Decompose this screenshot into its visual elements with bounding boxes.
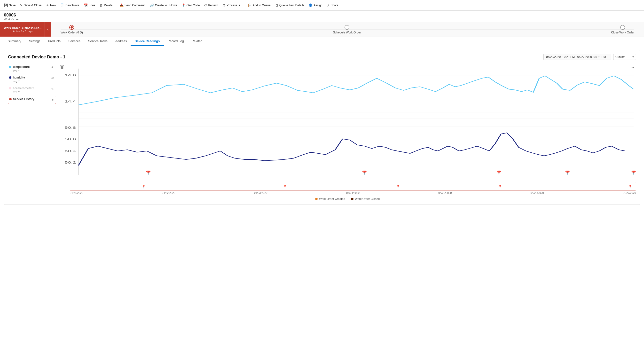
legend-eye-humidity[interactable]: 👁 xyxy=(51,76,55,81)
stage-nav: Work Order Business Pro... Active for 6 … xyxy=(0,22,644,37)
date-label-5: 04/26/2020 xyxy=(530,192,544,194)
tab-service-tasks[interactable]: Service Tasks xyxy=(84,37,112,46)
delete-button[interactable]: 🗑 Delete xyxy=(98,2,114,8)
process-icon: ⚙ xyxy=(222,4,226,7)
queue-details-button[interactable]: 🗒 Queue Item Details xyxy=(273,2,306,8)
legend-agg-arrow-humidity: ▼ xyxy=(18,80,20,82)
legend-eye-service-history[interactable]: 👁 xyxy=(50,98,55,102)
legend-dot-temperature xyxy=(9,66,12,68)
deactivate-icon: 📄 xyxy=(60,4,64,7)
save-button[interactable]: 💾 Save xyxy=(2,2,18,8)
legend-left-temperature: temperature avg ▼ xyxy=(9,65,30,72)
assign-button[interactable]: 👤 Assign xyxy=(306,2,324,8)
svg-text:14.4: 14.4 xyxy=(65,100,76,103)
process-button[interactable]: ⚙ Process ▼ xyxy=(220,2,242,8)
svg-text:50.4: 50.4 xyxy=(65,149,76,152)
legend-name-accelerometer: accelerometerZ xyxy=(13,86,34,90)
svg-text:📍: 📍 xyxy=(562,170,572,175)
legend-name-service-history: Service History xyxy=(13,98,34,101)
time-range-select[interactable]: Custom Last Hour Last Day Last Week Last… xyxy=(613,54,636,60)
send-command-icon: 📤 xyxy=(120,4,124,7)
save-icon: 💾 xyxy=(4,4,8,7)
create-iot-button[interactable]: 🔗 Create IoT Flows xyxy=(148,2,179,8)
stage-label-2: Close Work Order xyxy=(611,31,634,34)
send-command-button[interactable]: 📤 Send Command xyxy=(118,2,148,8)
bottom-legend-closed-label: Work Order Closed xyxy=(355,197,380,201)
tab-settings[interactable]: Settings xyxy=(25,37,44,46)
stage-item-1[interactable]: Schedule Work Order xyxy=(333,25,361,34)
chart-area: ··· 14.6 14.4 50.8 50.6 50.4 50.2 xyxy=(59,64,636,201)
date-label-0: 04/21/2020 xyxy=(70,192,83,194)
new-button[interactable]: ＋ New xyxy=(44,2,58,8)
chart-more-button[interactable]: ··· xyxy=(628,64,636,71)
svg-text:📍: 📍 xyxy=(629,170,636,175)
share-button[interactable]: ↗ Share xyxy=(325,2,340,8)
deactivate-button[interactable]: 📄 Deactivate xyxy=(58,2,81,8)
legend-item-humidity[interactable]: humidity avg ▼ 👁 xyxy=(8,74,56,84)
tab-record-log[interactable]: Record Log xyxy=(164,37,188,46)
legend-item-accelerometer[interactable]: accelerometerZ avg ▼ 👁 xyxy=(8,85,56,95)
legend-agg-temperature: avg ▼ xyxy=(13,69,30,72)
svg-text:📍: 📍 xyxy=(498,185,502,189)
tab-services[interactable]: Services xyxy=(64,37,84,46)
add-queue-icon: 📋 xyxy=(248,4,252,7)
tab-products[interactable]: Products xyxy=(44,37,64,46)
geo-code-button[interactable]: 📍 Geo Code xyxy=(180,2,202,8)
book-button[interactable]: 📅 Book xyxy=(82,2,97,8)
timeline-strip-svg: 📍 📍 📍 📍 📍 xyxy=(70,182,636,190)
legend-dot-accelerometer xyxy=(9,87,12,90)
save-close-button[interactable]: ✕ Save & Close xyxy=(18,2,43,8)
toolbar-separator-1 xyxy=(116,3,116,8)
device-title: Connected Device Demo - 1 xyxy=(8,54,66,60)
bottom-legend-created: Work Order Created xyxy=(315,197,345,201)
svg-text:50.2: 50.2 xyxy=(65,161,76,164)
legend-item-service-history[interactable]: Service History 👁 xyxy=(8,96,56,104)
legend-left-accelerometer: accelerometerZ avg ▼ xyxy=(9,86,34,93)
stage-active-button[interactable]: Work Order Business Pro... Active for 6 … xyxy=(0,22,44,36)
tab-address[interactable]: Address xyxy=(112,37,131,46)
stage-circle-0 xyxy=(69,25,74,30)
stage-label-1: Schedule Work Order xyxy=(333,31,361,34)
tab-related[interactable]: Related xyxy=(188,37,206,46)
date-label-2: 04/23/2020 xyxy=(254,192,268,194)
chart-bottom-legend: Work Order Created Work Order Closed xyxy=(59,197,636,201)
legend-agg-arrow-accelerometer: ▼ xyxy=(18,91,20,93)
tab-summary[interactable]: Summary xyxy=(4,37,25,46)
svg-text:📍: 📍 xyxy=(360,170,370,175)
record-header: 00006 Work Order xyxy=(0,11,644,22)
legend-eye-temperature[interactable]: 👁 xyxy=(51,65,55,70)
svg-text:14.6: 14.6 xyxy=(65,74,76,77)
svg-text:📍: 📍 xyxy=(142,185,146,189)
svg-text:50.6: 50.6 xyxy=(65,138,76,141)
toolbar: 💾 Save ✕ Save & Close ＋ New 📄 Deactivate… xyxy=(0,0,644,11)
add-queue-button[interactable]: 📋 Add to Queue xyxy=(246,2,272,8)
layers-icon xyxy=(59,64,65,71)
bottom-legend-closed-dot xyxy=(351,198,354,200)
tab-device-readings[interactable]: Device Readings xyxy=(130,37,164,46)
stage-item-2[interactable]: Close Work Order xyxy=(611,25,634,34)
date-label-4: 04/25/2020 xyxy=(438,192,452,194)
chart-container: temperature avg ▼ 👁 humidity xyxy=(8,64,636,201)
refresh-button[interactable]: ↺ Refresh xyxy=(202,2,220,8)
stage-active-sub: Active for 6 days xyxy=(4,30,42,33)
device-controls: Custom Last Hour Last Day Last Week Last… xyxy=(544,54,636,60)
legend-item-temperature[interactable]: temperature avg ▼ 👁 xyxy=(8,64,56,74)
legend-eye-accelerometer[interactable]: 👁 xyxy=(51,86,55,91)
legend-agg-arrow-temperature: ▼ xyxy=(18,69,20,72)
save-close-icon: ✕ xyxy=(20,4,23,7)
stage-item-0[interactable]: Work Order (6 D) xyxy=(60,25,83,34)
more-button[interactable]: ... xyxy=(341,3,347,8)
date-label-3: 04/24/2020 xyxy=(346,192,360,194)
timeline-strip[interactable]: 📍 📍 📍 📍 📍 xyxy=(70,182,636,190)
book-icon: 📅 xyxy=(84,4,88,7)
svg-text:📍: 📍 xyxy=(628,185,632,189)
stage-chevron-button[interactable]: ‹ xyxy=(44,22,51,36)
legend-agg-accelerometer: avg ▼ xyxy=(13,90,34,93)
date-range-input[interactable] xyxy=(544,54,611,60)
bottom-legend-created-dot xyxy=(315,198,318,200)
legend-left-humidity: humidity avg ▼ xyxy=(9,76,25,83)
stages-track: Work Order (6 D) Schedule Work Order Clo… xyxy=(51,25,644,34)
svg-text:📍: 📍 xyxy=(144,170,153,175)
toolbar-separator-2 xyxy=(244,3,244,8)
legend-agg-humidity: avg ▼ xyxy=(13,80,25,83)
